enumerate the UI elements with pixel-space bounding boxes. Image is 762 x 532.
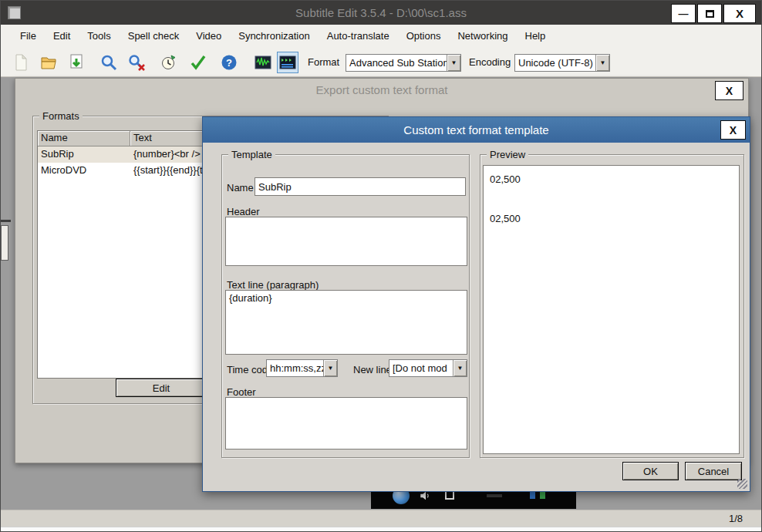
- format-select[interactable]: Advanced Sub Station ▼: [346, 54, 461, 72]
- close-icon: X: [726, 85, 733, 97]
- page-indicator: 1/8: [729, 513, 743, 524]
- cell-name: SubRip: [38, 146, 130, 163]
- timecode-select-value: hh:mm:ss,zz: [267, 360, 323, 376]
- dropdown-arrow-icon: ▼: [595, 55, 609, 71]
- menu-bar: File Edit Tools Spell check Video Synchr…: [1, 25, 761, 48]
- header-label: Header: [227, 206, 260, 217]
- encoding-label: Encoding: [469, 56, 511, 68]
- timecode-select[interactable]: hh:mm:ss,zz ▼: [266, 359, 338, 377]
- maximize-icon: [706, 10, 714, 18]
- timeline-mark: [487, 494, 502, 497]
- maximize-button[interactable]: [697, 4, 722, 23]
- waveform-toggle-icon: [254, 53, 272, 72]
- open-file-button[interactable]: [38, 52, 59, 73]
- minimize-icon: —: [679, 8, 689, 19]
- replace-button[interactable]: [126, 52, 147, 73]
- export-dialog-close-button[interactable]: X: [715, 81, 743, 100]
- spell-check-button[interactable]: [187, 52, 209, 73]
- format-label: Format: [308, 56, 339, 68]
- template-dialog-title: Custom text format template: [203, 117, 750, 143]
- titlebar[interactable]: Subtitle Edit 3.5.4 - D:\00\sc1.ass — X: [1, 1, 761, 25]
- spell-check-icon: [189, 53, 207, 72]
- column-header-name[interactable]: Name: [38, 131, 130, 146]
- video-indicator-green: [540, 492, 545, 499]
- video-list-toggle-button[interactable]: [277, 52, 298, 73]
- splitter-handle[interactable]: [1, 225, 8, 261]
- panel-collapse-dash: [1, 220, 11, 222]
- ok-button[interactable]: OK: [622, 462, 679, 480]
- close-window-button[interactable]: X: [723, 4, 756, 23]
- help-button[interactable]: ?: [218, 52, 240, 73]
- footer-textarea[interactable]: [225, 397, 467, 450]
- minimize-button[interactable]: —: [671, 4, 696, 23]
- template-dialog-close-button[interactable]: X: [720, 120, 746, 140]
- edit-button[interactable]: Edit: [116, 379, 207, 397]
- preview-line: 02,500: [490, 173, 521, 185]
- preview-group-label: Preview: [487, 149, 528, 160]
- close-icon: X: [730, 124, 737, 136]
- menu-networking[interactable]: Networking: [449, 25, 516, 48]
- video-list-toggle-icon: [278, 53, 297, 72]
- paragraph-textarea[interactable]: {duration}: [225, 290, 467, 355]
- menu-spell-check[interactable]: Spell check: [120, 25, 187, 48]
- find-icon: [99, 53, 118, 72]
- template-groupbox: Template Name Header Text line (paragrap…: [221, 154, 470, 458]
- header-textarea[interactable]: [225, 217, 467, 266]
- save-button[interactable]: [66, 52, 87, 73]
- menu-help[interactable]: Help: [517, 25, 555, 48]
- video-indicator-blue: [530, 492, 535, 499]
- export-dialog-title: Export custom text format: [15, 79, 748, 102]
- close-icon: X: [736, 7, 743, 20]
- waveform-toggle-button[interactable]: [252, 52, 274, 73]
- ok-button-label: OK: [643, 466, 658, 477]
- preview-groupbox: Preview 02,500 02,500: [480, 154, 744, 458]
- toolbar: ? Format Advanced Sub Station ▼ Encoding…: [1, 48, 761, 77]
- encoding-select[interactable]: Unicode (UTF-8) ▼: [514, 54, 610, 72]
- new-file-icon: [12, 53, 30, 72]
- custom-text-format-template-dialog: Custom text format template X Template N…: [202, 116, 750, 492]
- visual-sync-icon: [160, 53, 178, 72]
- new-file-button[interactable]: [10, 52, 32, 73]
- dropdown-arrow-icon: ▼: [447, 55, 460, 71]
- status-band: 1/8: [1, 510, 762, 527]
- help-icon: ?: [220, 53, 238, 72]
- menu-file[interactable]: File: [12, 25, 45, 48]
- format-select-value: Advanced Sub Station: [346, 55, 447, 71]
- svg-text:?: ?: [226, 57, 232, 69]
- newline-label: New line: [353, 364, 392, 375]
- menu-auto-translate[interactable]: Auto-translate: [319, 25, 398, 48]
- bottom-strip: [1, 527, 762, 532]
- cancel-button-label: Cancel: [698, 466, 729, 477]
- find-button[interactable]: [98, 52, 120, 73]
- preview-panel: 02,500 02,500: [483, 165, 740, 454]
- cancel-button[interactable]: Cancel: [685, 462, 742, 480]
- encoding-select-value: Unicode (UTF-8): [515, 55, 595, 71]
- menu-tools[interactable]: Tools: [79, 25, 119, 48]
- menu-edit[interactable]: Edit: [45, 25, 79, 48]
- name-label: Name: [227, 182, 254, 194]
- save-icon: [67, 53, 86, 72]
- formats-group-label: Formats: [39, 110, 83, 122]
- footer-label: Footer: [227, 386, 256, 398]
- dropdown-arrow-icon: ▼: [453, 360, 467, 376]
- menu-synchronization[interactable]: Synchronization: [230, 25, 319, 48]
- newline-select[interactable]: [Do not mod ▼: [389, 359, 467, 377]
- cell-name: MicroDVD: [38, 163, 130, 179]
- visual-sync-button[interactable]: [158, 52, 180, 73]
- menu-video[interactable]: Video: [187, 25, 230, 48]
- open-folder-icon: [39, 53, 58, 72]
- name-input[interactable]: [255, 177, 466, 196]
- dropdown-arrow-icon: ▼: [323, 360, 337, 376]
- app-window: Subtitle Edit 3.5.4 - D:\00\sc1.ass — X …: [0, 0, 762, 532]
- resize-grip[interactable]: [737, 479, 747, 489]
- window-title: Subtitle Edit 3.5.4 - D:\00\sc1.ass: [1, 1, 761, 25]
- paragraph-label: Text line (paragraph): [227, 279, 319, 291]
- menu-options[interactable]: Options: [398, 25, 450, 48]
- edit-button-label: Edit: [153, 382, 170, 394]
- newline-select-value: [Do not mod: [389, 360, 453, 376]
- preview-line: 02,500: [490, 213, 521, 224]
- replace-icon: [127, 53, 146, 72]
- template-group-label: Template: [228, 149, 275, 160]
